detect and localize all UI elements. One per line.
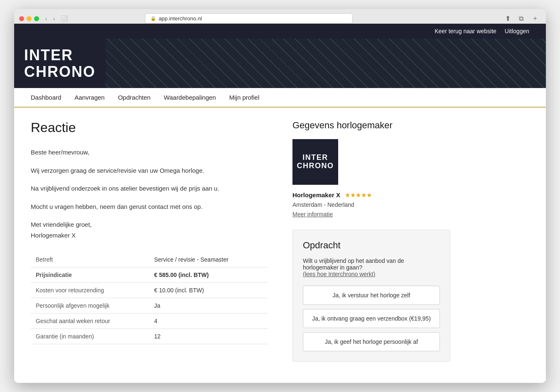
watchmaker-stars: ★★★★★ (345, 191, 372, 198)
back-button[interactable]: ‹ (43, 15, 49, 23)
content-right: Gegevens horlogemaker INTER CHRONO Horlo… (292, 120, 450, 362)
opdracht-buttons: Ja, ik verstuur het horloge zelf Ja, ik … (303, 286, 440, 351)
table-cell-value: € 10.00 (incl. BTW) (149, 283, 268, 298)
table-row: Betreft Service / revisie - Seamaster (31, 252, 268, 267)
table-row: Garantie (in maanden) 12 (31, 329, 268, 344)
letter-closing: Met vriendelijke groet, Horlogemaker X (31, 219, 268, 240)
browser-chrome: ‹ › ⬜ 🔒 app.interchrono.nl ⬆ ⧉ ＋ (14, 9, 546, 24)
table-row: Kosten voor retourzending € 10.00 (incl.… (31, 283, 268, 298)
nav-buttons: ‹ › (43, 15, 57, 23)
meer-informatie-link[interactable]: Meer informatie (292, 211, 333, 218)
header-hero (97, 39, 546, 88)
top-nav: Keer terug naar website Uitloggen (14, 24, 546, 39)
table-cell-label: Betreft (31, 252, 149, 267)
main-nav: Dashboard Aanvragen Opdrachten Waardebep… (14, 88, 546, 108)
new-tab-button[interactable]: ⧉ (516, 14, 526, 23)
titlebar: ‹ › ⬜ 🔒 app.interchrono.nl ⬆ ⧉ ＋ (19, 13, 541, 24)
watchmaker-name: Horlogemaker X (292, 191, 340, 198)
tab-icon: ⬜ (61, 15, 68, 22)
minimize-button[interactable] (27, 16, 32, 21)
lock-icon: 🔒 (150, 16, 156, 21)
table-row: Prijsindicatie € 585.00 (incl. BTW) (31, 267, 268, 283)
table-cell-label: Prijsindicatie (31, 267, 149, 283)
letter-body: Beste heer/mevrouw, Wij verzorgen graag … (31, 147, 268, 240)
page-body: Reactie Beste heer/mevrouw, Wij verzorge… (14, 108, 546, 374)
table-cell-value: Service / revisie - Seamaster (149, 252, 268, 267)
opdracht-box: Opdracht Wilt u vrijblijvend op het aanb… (292, 230, 450, 362)
letter-line3: Mocht u vragen hebben, neem dan gerust c… (31, 201, 268, 212)
address-bar[interactable]: 🔒 app.interchrono.nl (145, 13, 353, 24)
table-row: Persoonlijk afgeven mogelijk Ja (31, 298, 268, 314)
table-cell-value: Ja (149, 298, 268, 314)
forward-button[interactable]: › (51, 15, 57, 23)
share-button[interactable]: ⬆ (503, 14, 513, 23)
interchrono-how-it-works-link[interactable]: (lees hoe Interchrono werkt) (303, 271, 375, 277)
nav-aanvragen[interactable]: Aanvragen (74, 88, 105, 107)
send-box-button[interactable]: Ja, ik ontvang graag een verzendbox (€19… (303, 309, 440, 328)
letter-line2: Na vrijblijvend onderzoek in ons atelier… (31, 183, 268, 194)
maximize-button[interactable] (34, 16, 39, 21)
logo-text: INTER CHRONO (24, 47, 96, 80)
nav-mijn-profiel[interactable]: Mijn profiel (229, 88, 260, 107)
watchmaker-logo: INTER CHRONO (292, 139, 338, 185)
logo-block: INTER CHRONO (14, 39, 106, 88)
content-left: Reactie Beste heer/mevrouw, Wij verzorge… (31, 120, 268, 362)
browser-window: ‹ › ⬜ 🔒 app.interchrono.nl ⬆ ⧉ ＋ Keer te… (14, 9, 546, 383)
letter-greeting: Beste heer/mevrouw, (31, 147, 268, 158)
table-cell-label: Geschat aantal weken retour (31, 314, 149, 329)
watchmaker-section-title: Gegevens horlogemaker (292, 120, 450, 131)
nav-back-to-website[interactable]: Keer terug naar website (435, 28, 496, 34)
table-row: Geschat aantal weken retour 4 (31, 314, 268, 329)
opdracht-title: Opdracht (303, 240, 440, 251)
nav-dashboard[interactable]: Dashboard (31, 88, 61, 107)
table-cell-label: Garantie (in maanden) (31, 329, 149, 344)
toolbar-right: ⬆ ⧉ ＋ (503, 13, 541, 24)
close-button[interactable] (19, 16, 24, 21)
add-button[interactable]: ＋ (529, 13, 541, 24)
opdracht-question: Wilt u vrijblijvend op het aanbod van de… (303, 257, 440, 277)
traffic-lights (19, 16, 39, 21)
details-table: Betreft Service / revisie - Seamaster Pr… (31, 252, 268, 344)
table-cell-value: 12 (149, 329, 268, 344)
watchmaker-info: Horlogemaker X ★★★★★ (292, 191, 450, 199)
url-text: app.interchrono.nl (159, 15, 202, 22)
table-cell-value: 4 (149, 314, 268, 329)
site-content: Keer terug naar website Uitloggen INTER … (14, 24, 546, 383)
table-cell-label: Kosten voor retourzending (31, 283, 149, 298)
watchmaker-location: Amsterdam - Nederland (292, 201, 450, 208)
nav-opdrachten[interactable]: Opdrachten (118, 88, 150, 107)
nav-logout[interactable]: Uitloggen (505, 28, 529, 34)
site-header: INTER CHRONO (14, 39, 546, 88)
watchmaker-logo-text: INTER CHRONO (297, 154, 334, 170)
nav-waardebepalingen[interactable]: Waardebepalingen (164, 88, 216, 107)
table-cell-label: Persoonlijk afgeven mogelijk (31, 298, 149, 314)
page-title: Reactie (31, 120, 268, 135)
send-watch-self-button[interactable]: Ja, ik verstuur het horloge zelf (303, 286, 440, 305)
deliver-personally-button[interactable]: Ja, ik geef het horloge persoonlijk af (303, 332, 440, 351)
letter-line1: Wij verzorgen graag de service/revisie v… (31, 165, 268, 176)
table-cell-value: € 585.00 (incl. BTW) (149, 267, 268, 283)
